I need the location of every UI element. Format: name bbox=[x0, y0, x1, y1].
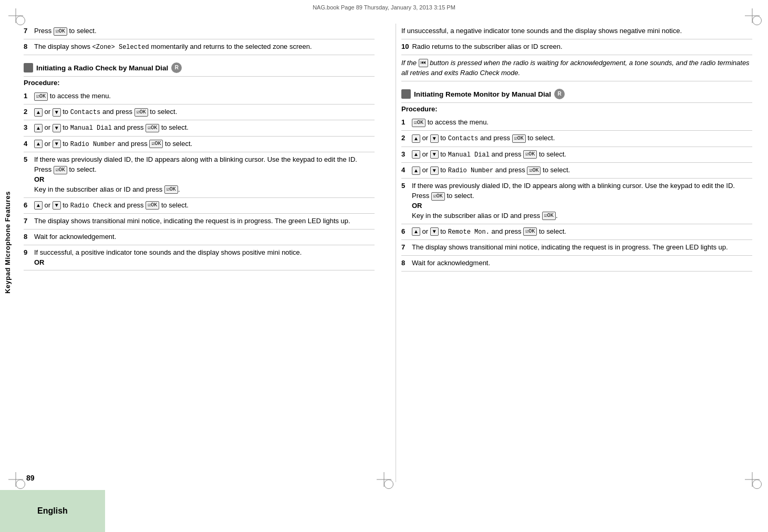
s1-step8: 8 Wait for acknowledgement. bbox=[24, 230, 375, 245]
s1-step5: 5 If there was previously dialed ID, the… bbox=[24, 152, 375, 197]
language-label: English bbox=[0, 490, 105, 532]
left-column: 7 Press ☑OK to select. 8 The display sho… bbox=[24, 24, 380, 482]
section1-heading: Initiating a Radio Check by Manual Dial … bbox=[24, 62, 375, 73]
s2-step5: 5 If there was previously dialed ID, the… bbox=[401, 179, 752, 224]
right-column: If unsuccessful, a negative indicator to… bbox=[396, 24, 752, 482]
section1-icon bbox=[24, 63, 33, 72]
s2-step6: 6 ▲ or ▼ to Remote Mon. and press ☑OK to… bbox=[401, 224, 752, 240]
ok-icon-s2: ☑OK bbox=[412, 119, 425, 127]
s1-step2: 2 ▲ or ▼ to Contacts and press ☑OK to se… bbox=[24, 105, 375, 120]
procedure-label-2: Procedure: bbox=[401, 105, 752, 113]
section2-title: Initiating Remote Monitor by Manual Dial bbox=[414, 90, 551, 98]
chapter-tab: Keypad Microphone Features bbox=[0, 0, 16, 485]
section2-badge: R bbox=[554, 89, 565, 99]
file-info-text: NAG.book Page 89 Thursday, January 3, 20… bbox=[313, 4, 455, 11]
s1-step7: 7 The display shows transitional mini no… bbox=[24, 214, 375, 230]
ok-button-icon: ☑OK bbox=[54, 27, 67, 36]
s1-step6: 6 ▲ or ▼ to Radio Check and press ☑OK to… bbox=[24, 198, 375, 214]
step-8-intro: 8 The display shows <Zone> Selected mome… bbox=[24, 39, 375, 55]
s2-step1: 1 ☑OK to access the menu. bbox=[401, 115, 752, 131]
section1-badge: R bbox=[171, 62, 182, 73]
s1-step9: 9 If successful, a positive indicator to… bbox=[24, 245, 375, 271]
s1-step3: 3 ▲ or ▼ to Manual Dial and press ☑OK to… bbox=[24, 120, 375, 136]
s1-step1: 1 ☑OK to access the menu. bbox=[24, 89, 375, 105]
s2-step7: 7 The display shows transitional mini no… bbox=[401, 240, 752, 256]
section2-heading: Initiating Remote Monitor by Manual Dial… bbox=[401, 89, 752, 99]
s2-step2: 2 ▲ or ▼ to Contacts and press ☑OK to se… bbox=[401, 131, 752, 147]
right-continuation: If unsuccessful, a negative indicator to… bbox=[401, 24, 752, 39]
ok-icon: ☑OK bbox=[34, 92, 48, 101]
italic-note: If the ⏮ button is pressed when the radi… bbox=[401, 55, 752, 82]
s2-step8: 8 Wait for acknowledgment. bbox=[401, 256, 752, 272]
chapter-label: Keypad Microphone Features bbox=[4, 191, 12, 294]
s1-step4: 4 ▲ or ▼ to Radio Number and press ☑OK t… bbox=[24, 137, 375, 152]
section1-title: Initiating a Radio Check by Manual Dial bbox=[36, 64, 168, 72]
right-step10: 10 Radio returns to the subscriber alias… bbox=[401, 39, 752, 55]
s2-step4: 4 ▲ or ▼ to Radio Number and press ☑OK t… bbox=[401, 163, 752, 179]
content-area: 7 Press ☑OK to select. 8 The display sho… bbox=[24, 24, 752, 482]
section2-icon bbox=[401, 89, 411, 99]
s2-step3: 3 ▲ or ▼ to Manual Dial and press ☑OK to… bbox=[401, 147, 752, 163]
procedure-label-1: Procedure: bbox=[24, 79, 375, 87]
step-7-intro: 7 Press ☑OK to select. bbox=[24, 24, 375, 39]
file-info-bar: NAG.book Page 89 Thursday, January 3, 20… bbox=[313, 4, 455, 11]
